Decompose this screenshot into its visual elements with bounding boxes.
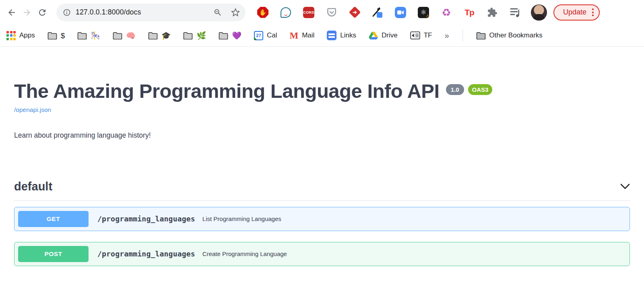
folder-tag: 💜: [232, 32, 242, 39]
purple-recycle-extension-icon[interactable]: ♻: [440, 6, 452, 19]
bookmarks-bar: Apps $ 🎠 🧠 🎓 🌿 💜 27 Cal M Mail Links Dri…: [0, 25, 644, 47]
apps-shortcut[interactable]: Apps: [6, 31, 35, 40]
address-bar[interactable]: 127.0.0.1:8000/docs: [56, 4, 246, 21]
opblock-post-programming-languages[interactable]: POST /programming_languages Create Progr…: [14, 242, 630, 266]
browser-toolbar: 127.0.0.1:8000/docs ✋ CORS ➜ ⚛⚠ ♻ Tp Upd…: [0, 0, 644, 25]
bookmark-label: Drive: [382, 31, 398, 39]
chat-bubble-extension-icon[interactable]: [280, 6, 292, 19]
tag-section-default: default GET /programming_languages List …: [14, 176, 630, 266]
bookmark-folder-dollar[interactable]: $: [47, 32, 65, 39]
video-camera-icon: [397, 10, 404, 15]
bookmark-label: Cal: [267, 31, 277, 39]
links-icon: [327, 31, 336, 40]
api-description: Learn about programming language history…: [14, 131, 630, 140]
tp-extension-icon[interactable]: Tp: [463, 6, 475, 19]
bookmark-folder-herb[interactable]: 🌿: [183, 32, 206, 39]
other-bookmarks[interactable]: Other Bookmarks: [476, 31, 543, 39]
bookmark-label: Mail: [302, 31, 314, 39]
bookmark-calendar[interactable]: 27 Cal: [254, 31, 277, 40]
bookmark-label: Links: [340, 31, 356, 39]
calendar-icon: 27: [254, 31, 263, 40]
bookmark-label: TF: [424, 31, 432, 39]
extensions-puzzle-icon[interactable]: [486, 6, 498, 19]
reload-icon: [37, 8, 47, 17]
folder-icon: [148, 32, 158, 39]
url-text[interactable]: 127.0.0.1:8000/docs: [76, 8, 213, 17]
playlist-extension-icon[interactable]: [509, 6, 521, 19]
reload-button[interactable]: [35, 5, 50, 20]
hand-glyph: ✋: [259, 9, 267, 16]
back-arrow-icon: [7, 8, 17, 17]
folder-tag: 🎓: [161, 32, 171, 39]
oas3-badge: OAS3: [468, 84, 493, 95]
zoom-video-extension-icon[interactable]: [394, 6, 407, 19]
version-badge: 1.0: [446, 84, 464, 95]
post-method-button[interactable]: POST: [18, 246, 89, 262]
update-button[interactable]: Update: [553, 4, 600, 21]
bookmarks-overflow-chevron[interactable]: »: [444, 31, 449, 40]
endpoint-path: /programming_languages: [97, 250, 195, 258]
bookmarks-divider: [462, 29, 463, 41]
forward-arrow-icon: [22, 8, 32, 17]
endpoint-summary: List Programming Languages: [202, 215, 281, 222]
bookmark-folder-purple-heart[interactable]: 💜: [219, 32, 242, 39]
folder-tag: $: [61, 32, 65, 39]
tag-name: default: [14, 180, 52, 193]
endpoint-summary: Create Programming Language: [202, 250, 287, 257]
eyedropper-icon: [372, 6, 384, 19]
shield-chevron-icon: [326, 7, 337, 18]
gmail-icon: M: [289, 31, 298, 40]
forward-button[interactable]: [19, 5, 35, 20]
cors-extension-icon[interactable]: CORS: [303, 6, 315, 19]
warning-glyph: ⚠: [426, 14, 429, 18]
get-method-button[interactable]: GET: [18, 211, 89, 227]
folder-icon: [47, 32, 57, 39]
profile-avatar[interactable]: [531, 4, 547, 21]
pocket-extension-icon[interactable]: [326, 6, 338, 19]
eyedropper-extension-icon[interactable]: [372, 6, 384, 19]
arrow-glyph: ➜: [353, 9, 357, 15]
folder-tag: 🎠: [91, 32, 100, 39]
openapi-spec-link[interactable]: /openapi.json: [14, 106, 51, 114]
folder-icon: [476, 32, 486, 39]
red-diamond-arrow-extension-icon[interactable]: ➜: [349, 6, 361, 19]
bookmark-links[interactable]: Links: [327, 31, 356, 40]
opblock-get-programming-languages[interactable]: GET /programming_languages List Programm…: [14, 207, 630, 231]
bookmark-drive[interactable]: Drive: [369, 31, 398, 40]
bookmark-folder-grad-cap[interactable]: 🎓: [148, 32, 171, 39]
api-badges: 1.0 OAS3: [446, 84, 493, 95]
playlist-icon: [510, 7, 521, 18]
bookmark-mail[interactable]: M Mail: [289, 31, 314, 40]
endpoint-path: /programming_languages: [97, 215, 195, 223]
announcement-card-icon: [410, 31, 420, 39]
react-devtools-extension-icon[interactable]: ⚛⚠: [417, 6, 429, 19]
folder-icon: [113, 32, 122, 39]
page-title: The Amazing Programming Language Info AP…: [14, 81, 440, 102]
zoom-out-icon[interactable]: [213, 8, 222, 17]
bookmark-star-icon[interactable]: [231, 8, 240, 17]
extensions-row: ✋ CORS ➜ ⚛⚠ ♻ Tp: [257, 6, 521, 19]
puzzle-icon: [487, 7, 497, 18]
folder-icon: [77, 32, 87, 39]
folder-tag: 🧠: [126, 32, 136, 39]
folder-icon: [219, 32, 228, 39]
chevron-down-icon[interactable]: [620, 184, 630, 189]
other-bookmarks-label: Other Bookmarks: [489, 31, 543, 39]
folder-tag: 🌿: [196, 32, 206, 39]
back-button[interactable]: [4, 5, 19, 20]
folder-icon: [183, 32, 193, 39]
swagger-docs-page: The Amazing Programming Language Info AP…: [0, 47, 644, 266]
recycle-glyph: ♻: [442, 7, 451, 18]
bookmark-folder-brain[interactable]: 🧠: [113, 32, 136, 39]
apps-grid-icon: [6, 31, 16, 40]
bookmark-folder-carousel[interactable]: 🎠: [77, 32, 100, 39]
tag-section-header[interactable]: default: [14, 176, 630, 201]
page-info-icon[interactable]: [63, 8, 71, 17]
adblock-extension-icon[interactable]: ✋: [257, 6, 269, 19]
bookmark-tf[interactable]: TF: [410, 31, 432, 39]
update-label: Update: [563, 8, 586, 17]
apps-label: Apps: [19, 31, 35, 39]
api-title-row: The Amazing Programming Language Info AP…: [14, 81, 630, 102]
drive-icon: [369, 31, 378, 40]
menu-kebab-icon[interactable]: [592, 8, 594, 16]
